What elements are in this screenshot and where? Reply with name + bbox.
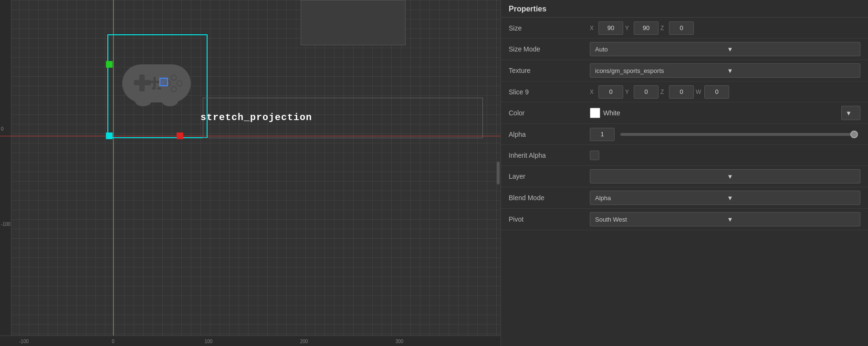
prop-label-alpha: Alpha	[509, 131, 590, 138]
svg-point-11	[135, 95, 151, 106]
svg-rect-9	[152, 87, 156, 90]
handle-red[interactable]	[177, 132, 183, 139]
pivot-value: South West	[595, 216, 723, 223]
prop-row-blend-mode: Blend Mode Alpha ▼	[501, 187, 868, 209]
slice9-x-label: X	[590, 89, 596, 95]
size-x-input[interactable]	[598, 21, 623, 35]
slice9-y-input[interactable]	[634, 85, 659, 99]
ruler-v-tick-neg100: -100	[1, 222, 10, 227]
prop-row-texture: Texture icons/gm_sports_esports ▼	[501, 60, 868, 81]
prop-value-slice9: X Y Z W	[590, 85, 860, 99]
prop-label-size-mode: Size Mode	[509, 45, 590, 53]
layer-dropdown[interactable]: ▼	[590, 169, 860, 183]
prop-value-layer: ▼	[590, 169, 860, 183]
texture-dropdown[interactable]: icons/gm_sports_esports ▼	[590, 63, 860, 78]
slice9-z-input[interactable]	[669, 85, 694, 99]
grey-panel-top	[301, 0, 406, 45]
ruler-h-tick-200: 200	[300, 339, 308, 344]
svg-point-7	[171, 86, 176, 92]
controller-icon	[118, 52, 195, 114]
layer-arrow: ▼	[727, 173, 856, 180]
svg-rect-4	[150, 81, 160, 83]
prop-label-size: Size	[509, 24, 590, 32]
prop-value-pivot: South West ▼	[590, 212, 860, 226]
alpha-slider-track[interactable]	[620, 133, 858, 136]
svg-point-6	[177, 81, 182, 86]
slice9-x-input[interactable]	[598, 85, 623, 99]
ruler-h-tick-100: 100	[205, 339, 213, 344]
size-mode-dropdown[interactable]: Auto ▼	[590, 42, 860, 56]
svg-rect-10	[157, 87, 161, 90]
prop-label-slice9: Slice 9	[509, 88, 590, 96]
svg-point-12	[161, 95, 178, 106]
prop-value-blend-mode: Alpha ▼	[590, 191, 860, 205]
ruler-h-tick-0: 0	[112, 339, 115, 344]
handle-cyan[interactable]	[106, 132, 113, 139]
size-x-label: X	[590, 25, 596, 31]
slice9-w-label: W	[696, 89, 702, 95]
svg-rect-2	[134, 80, 151, 85]
prop-value-inherit-alpha	[590, 151, 860, 160]
size-z-input[interactable]	[669, 21, 694, 35]
prop-value-size: X Y Z	[590, 21, 860, 35]
prop-row-size: Size X Y Z	[501, 18, 868, 39]
ruler-h-tick-300: 300	[396, 339, 404, 344]
blend-mode-dropdown[interactable]: Alpha ▼	[590, 191, 860, 205]
prop-label-blend-mode: Blend Mode	[509, 194, 590, 202]
prop-value-alpha	[590, 128, 860, 141]
color-dropdown[interactable]: ▼	[841, 106, 860, 120]
prop-row-pivot: Pivot South West ▼	[501, 209, 868, 230]
panel-title: Properties	[501, 0, 868, 18]
slice9-w-input[interactable]	[704, 85, 729, 99]
size-mode-value: Auto	[595, 46, 723, 53]
color-value-text: White	[603, 109, 838, 117]
texture-arrow: ▼	[727, 67, 856, 74]
properties-panel: Properties Size X Y Z Size Mode Auto ▼ T…	[501, 0, 868, 346]
ruler-h-tick-neg100: -100	[19, 339, 29, 344]
size-y-input[interactable]	[634, 21, 659, 35]
resize-handle[interactable]	[497, 162, 500, 184]
canvas-area[interactable]: 0 -100 -100 0 100 200 300	[0, 0, 501, 346]
selection-small-rect	[159, 78, 168, 86]
prop-row-size-mode: Size Mode Auto ▼	[501, 39, 868, 60]
prop-label-inherit-alpha: Inherit Alpha	[509, 152, 590, 159]
ruler-v-tick-0: 0	[1, 126, 4, 132]
prop-row-layer: Layer ▼	[501, 166, 868, 187]
prop-label-texture: Texture	[509, 67, 590, 74]
size-mode-arrow: ▼	[727, 46, 856, 53]
prop-value-size-mode: Auto ▼	[590, 42, 860, 56]
blend-mode-arrow: ▼	[727, 194, 856, 202]
svg-point-5	[171, 75, 176, 80]
color-swatch[interactable]	[590, 108, 600, 118]
stretch-projection-label: stretch_projection	[200, 112, 312, 123]
size-z-label: Z	[660, 25, 667, 31]
prop-value-texture: icons/gm_sports_esports ▼	[590, 63, 860, 78]
alpha-input[interactable]	[590, 128, 615, 141]
prop-label-pivot: Pivot	[509, 215, 590, 223]
slice9-z-label: Z	[660, 89, 667, 95]
slice9-y-label: Y	[625, 89, 632, 95]
prop-label-layer: Layer	[509, 173, 590, 180]
texture-value: icons/gm_sports_esports	[595, 67, 723, 74]
alpha-slider-thumb[interactable]	[850, 131, 858, 138]
prop-row-color: Color White ▼	[501, 102, 868, 124]
ruler-vertical: 0 -100	[0, 0, 11, 336]
inherit-alpha-checkbox[interactable]	[590, 151, 599, 160]
handle-green[interactable]	[106, 61, 113, 68]
prop-row-inherit-alpha: Inherit Alpha	[501, 145, 868, 166]
prop-row-alpha: Alpha	[501, 124, 868, 145]
pivot-arrow: ▼	[727, 216, 856, 223]
ruler-horizontal: -100 0 100 200 300	[0, 336, 501, 346]
prop-label-color: Color	[509, 109, 590, 117]
prop-row-slice9: Slice 9 X Y Z W	[501, 81, 868, 102]
size-y-label: Y	[625, 25, 632, 31]
pivot-dropdown[interactable]: South West ▼	[590, 212, 860, 226]
color-arrow: ▼	[846, 110, 856, 117]
blend-mode-value: Alpha	[595, 194, 723, 202]
prop-value-color: White ▼	[590, 106, 860, 120]
